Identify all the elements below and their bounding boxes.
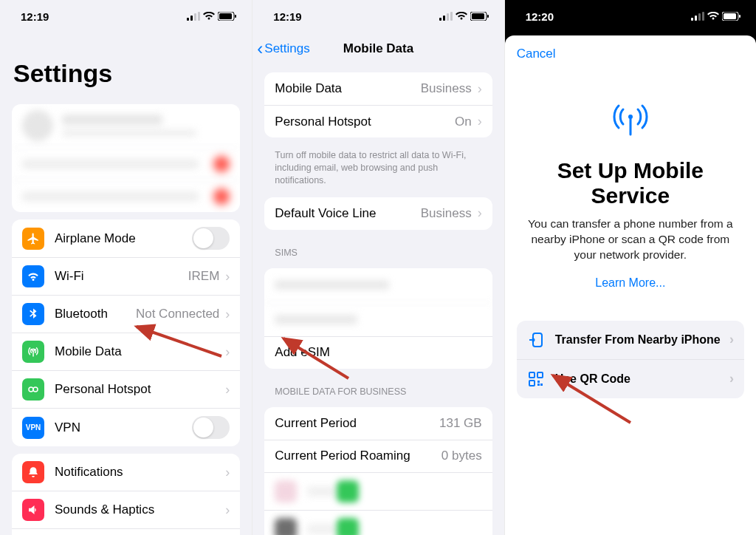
svg-rect-2 — [194, 13, 196, 21]
svg-rect-5 — [219, 13, 232, 19]
cellular-signal-icon — [439, 12, 453, 21]
settings-content: Settings — [0, 33, 252, 535]
blurred-row-2[interactable] — [12, 180, 240, 212]
voice-label: Default Voice Line — [275, 206, 420, 221]
sounds-icon — [22, 499, 44, 521]
hotspot-label: Personal Hotspot — [55, 382, 219, 397]
transfer-icon — [527, 331, 545, 349]
default-voice-row[interactable]: Default Voice Line Business › — [264, 197, 492, 230]
roaming-label: Current Period Roaming — [275, 449, 441, 463]
hotspot-icon — [22, 378, 44, 401]
qr-icon — [527, 370, 545, 388]
vpn-toggle[interactable] — [192, 416, 230, 439]
airplane-mode-row[interactable]: Airplane Mode — [12, 219, 240, 257]
airplane-icon — [22, 228, 44, 250]
business-header: MOBILE DATA FOR BUSINESS — [252, 376, 504, 400]
sounds-row[interactable]: Sounds & Haptics › — [12, 491, 240, 528]
notifications-label: Notifications — [55, 465, 219, 480]
toggle-blurred — [337, 480, 359, 502]
sim-row-blurred-1[interactable] — [264, 268, 492, 302]
svg-rect-32 — [529, 381, 535, 386]
wifi-detail: IREM — [188, 269, 220, 284]
svg-rect-15 — [472, 13, 484, 19]
svg-rect-25 — [724, 13, 736, 19]
wifi-row[interactable]: Wi-Fi IREM › — [12, 257, 240, 295]
blurred-row-1[interactable] — [12, 147, 240, 180]
account-row[interactable] — [12, 104, 240, 147]
notifications-row[interactable]: Notifications › — [12, 454, 240, 491]
vpn-row[interactable]: VPN VPN — [12, 408, 240, 446]
hotspot-row[interactable]: Personal Hotspot › — [12, 370, 240, 408]
chevron-right-icon: › — [225, 344, 230, 360]
period-detail: 131 GB — [439, 416, 482, 431]
bluetooth-row[interactable]: Bluetooth Not Connected › — [12, 295, 240, 333]
chevron-right-icon: › — [225, 269, 230, 284]
setup-sheet: Cancel Set Up Mobile Service You can tra… — [505, 35, 756, 535]
chevron-right-icon: › — [729, 371, 734, 386]
chevron-right-icon: › — [478, 81, 482, 97]
mobile-data-row[interactable]: Mobile Data › — [12, 333, 240, 370]
page-title: Settings — [0, 33, 252, 97]
svg-rect-20 — [691, 18, 693, 21]
add-esim-label: Add eSIM — [275, 345, 481, 360]
cellular-signal-icon — [187, 12, 200, 21]
add-esim-row[interactable]: Add eSIM — [264, 336, 492, 369]
personal-hotspot-row[interactable]: Personal Hotspot On › — [264, 105, 492, 137]
svg-rect-30 — [529, 372, 535, 378]
account-group — [12, 104, 240, 212]
status-bar: 12:19 — [0, 0, 252, 33]
hotspot-label: Personal Hotspot — [275, 115, 455, 129]
wifi-icon — [456, 12, 467, 21]
vpn-icon: VPN — [22, 417, 44, 439]
mobile-data-detail: Business — [421, 81, 472, 96]
focus-row[interactable]: Focus › — [12, 528, 240, 535]
sheet-title: Set Up Mobile Service — [505, 142, 756, 217]
app-icon-blurred — [275, 480, 297, 502]
roaming-row[interactable]: Current Period Roaming 0 bytes — [264, 440, 492, 472]
transfer-nearby-row[interactable]: Transfer From Nearby iPhone › — [517, 321, 744, 359]
svg-rect-13 — [450, 12, 453, 21]
app-label-blurred — [307, 486, 337, 497]
app-label-blurred — [307, 524, 337, 534]
app-usage-row-2[interactable] — [264, 510, 492, 535]
mobile-data-content: Mobile Data Business › Personal Hotspot … — [252, 65, 504, 535]
learn-more-link[interactable]: Learn More... — [505, 276, 756, 290]
voice-detail: Business — [421, 206, 472, 221]
svg-rect-1 — [190, 16, 193, 21]
notifications-group: Notifications › Sounds & Haptics › Focus… — [12, 454, 240, 535]
connectivity-group: Airplane Mode Wi-Fi IREM › Bluetooth Not… — [12, 219, 240, 446]
back-button[interactable]: ‹ Settings — [257, 33, 309, 65]
chevron-left-icon: ‹ — [257, 40, 263, 58]
antenna-illustration-icon — [505, 100, 756, 142]
bluetooth-detail: Not Connected — [136, 307, 219, 321]
chevron-right-icon: › — [225, 502, 230, 518]
svg-rect-16 — [487, 15, 489, 18]
sim-row-blurred-2[interactable] — [264, 302, 492, 336]
chevron-right-icon: › — [225, 307, 230, 322]
svg-rect-6 — [235, 15, 236, 18]
chevron-right-icon: › — [225, 382, 230, 398]
vpn-label: VPN — [55, 420, 192, 435]
svg-rect-23 — [702, 12, 704, 21]
back-label: Settings — [264, 41, 309, 56]
notifications-icon — [22, 461, 44, 483]
mobile-data-footer: Turn off mobile data to restrict all dat… — [252, 145, 504, 190]
voice-group: Default Voice Line Business › — [264, 197, 492, 230]
mobile-data-toggle-row[interactable]: Mobile Data Business › — [264, 72, 492, 105]
chevron-right-icon: › — [478, 114, 482, 129]
sheet-nav: Cancel — [505, 35, 756, 72]
cellular-signal-icon — [691, 12, 704, 21]
airplane-toggle[interactable] — [192, 227, 230, 250]
phone-setup-mobile-service: 12:20 Cancel S — [504, 0, 756, 535]
use-qr-row[interactable]: Use QR Code › — [517, 359, 744, 398]
app-icon-blurred — [275, 518, 297, 535]
svg-rect-34 — [540, 384, 543, 386]
chevron-right-icon: › — [225, 465, 230, 480]
current-period-row[interactable]: Current Period 131 GB — [264, 407, 492, 440]
phone-mobile-data: 12:19 ‹ Settings Mobile Data Mobile Data… — [252, 0, 504, 535]
svg-rect-26 — [739, 15, 740, 18]
svg-rect-11 — [443, 16, 445, 21]
cancel-button[interactable]: Cancel — [517, 47, 556, 61]
status-time: 12:20 — [526, 10, 554, 23]
app-usage-row-1[interactable] — [264, 472, 492, 510]
